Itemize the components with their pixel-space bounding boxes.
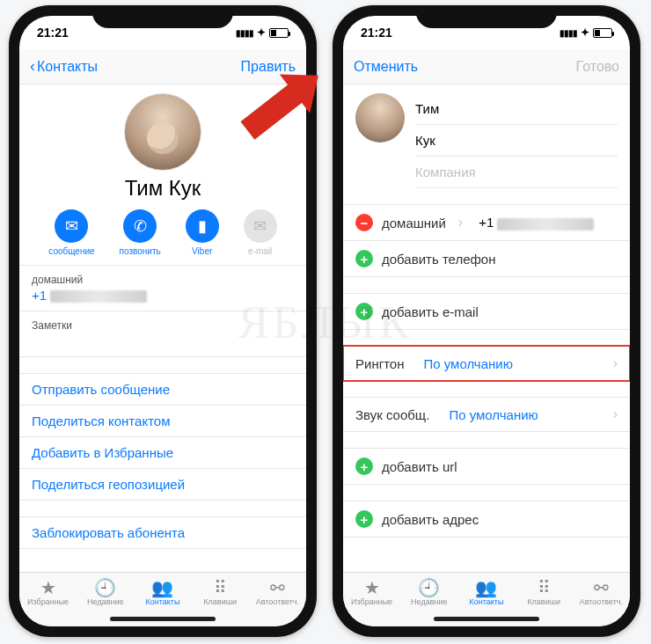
- redacted-number: [50, 290, 147, 303]
- block-contact-link[interactable]: Заблокировать абонента: [19, 516, 306, 549]
- battery-icon: [269, 28, 289, 38]
- battery-icon: [593, 28, 612, 38]
- chevron-right-icon: ›: [613, 406, 618, 422]
- star-icon: ★: [19, 578, 77, 597]
- tab-contacts[interactable]: 👥Контакты: [457, 578, 515, 606]
- signal-icon: [560, 26, 577, 39]
- video-icon: ▮: [186, 209, 219, 243]
- home-indicator[interactable]: [110, 617, 216, 621]
- tab-keypad[interactable]: ⠿Клавиши: [516, 578, 573, 606]
- status-time: 21:21: [37, 26, 69, 40]
- contact-avatar[interactable]: [355, 93, 405, 143]
- home-indicator[interactable]: [434, 617, 539, 621]
- remove-icon[interactable]: −: [355, 214, 373, 231]
- tab-recents[interactable]: 🕘Недавние: [77, 578, 134, 606]
- signal-icon: [236, 26, 253, 39]
- notch: [92, 5, 233, 28]
- add-phone-row[interactable]: + добавить телефон: [343, 241, 630, 277]
- add-url-row[interactable]: + добавить url: [343, 448, 630, 485]
- wifi-icon: [257, 26, 266, 39]
- contacts-icon: 👥: [134, 578, 191, 597]
- keypad-icon: ⠿: [516, 578, 573, 597]
- add-icon: +: [355, 303, 373, 320]
- tab-voicemail[interactable]: ⚯Автоответч.: [249, 578, 306, 606]
- phone-frame-right: 21:21 Отменить Готово Тим Кук Компани: [333, 5, 640, 637]
- company-field[interactable]: Компания: [415, 157, 618, 188]
- contacts-icon: 👥: [457, 578, 515, 597]
- tab-favorites[interactable]: ★Избранные: [19, 578, 77, 606]
- notes-cell[interactable]: Заметки: [19, 311, 306, 357]
- ringtone-row[interactable]: Рингтон По умолчанию ›: [343, 346, 630, 381]
- nav-bar: ‹Контакты Править: [19, 49, 306, 84]
- message-icon: ✉: [55, 209, 88, 243]
- keypad-icon: ⠿: [192, 578, 249, 597]
- redacted-number: [497, 218, 594, 231]
- chevron-right-icon: ›: [613, 355, 618, 371]
- star-icon: ★: [343, 578, 400, 597]
- share-contact-link[interactable]: Поделиться контактом: [19, 406, 306, 437]
- contact-avatar[interactable]: [124, 93, 201, 171]
- text-tone-row[interactable]: Звук сообщ. По умолчанию ›: [343, 397, 630, 432]
- voicemail-icon: ⚯: [249, 578, 306, 597]
- add-email-row[interactable]: + добавить e-mail: [343, 293, 630, 330]
- add-favorite-link[interactable]: Добавить в Избранные: [19, 437, 306, 469]
- tab-contacts[interactable]: 👥Контакты: [134, 578, 191, 606]
- clock-icon: 🕘: [77, 578, 134, 597]
- add-icon: +: [355, 250, 373, 267]
- clock-icon: 🕘: [400, 578, 457, 597]
- action-email: ✉ e-mail: [244, 209, 277, 256]
- voicemail-icon: ⚯: [573, 578, 630, 597]
- phone-row[interactable]: − домашний › +1: [343, 204, 630, 241]
- cancel-button[interactable]: Отменить: [354, 59, 418, 75]
- action-message[interactable]: ✉ сообщение: [48, 209, 94, 256]
- add-address-row[interactable]: + добавить адрес: [343, 501, 630, 538]
- wifi-icon: [581, 26, 589, 39]
- tab-voicemail[interactable]: ⚯Автоответч.: [573, 578, 630, 606]
- back-button[interactable]: ‹Контакты: [30, 57, 98, 76]
- first-name-field[interactable]: Тим: [415, 93, 618, 125]
- phone-frame-left: 21:21 ‹Контакты Править Тим Кук ✉ сообще…: [9, 5, 317, 637]
- contact-name: Тим Кук: [19, 176, 306, 201]
- tab-recents[interactable]: 🕘Недавние: [400, 578, 457, 606]
- send-message-link[interactable]: Отправить сообщение: [19, 373, 306, 406]
- action-viber[interactable]: ▮ Viber: [186, 209, 219, 256]
- phone-label: домашний: [32, 274, 294, 286]
- chevron-right-icon: ›: [458, 215, 463, 231]
- notch: [416, 5, 557, 28]
- tab-keypad[interactable]: ⠿Клавиши: [192, 578, 249, 606]
- action-row: ✉ сообщение ✆ позвонить ▮ Viber ✉ e-mail: [19, 209, 306, 256]
- chevron-left-icon: ‹: [30, 57, 35, 75]
- share-location-link[interactable]: Поделиться геопозицией: [19, 469, 306, 501]
- add-icon: +: [355, 457, 373, 475]
- mail-icon: ✉: [244, 209, 277, 243]
- nav-bar: Отменить Готово: [343, 49, 630, 84]
- done-button[interactable]: Готово: [576, 59, 619, 75]
- action-call[interactable]: ✆ позвонить: [120, 209, 161, 256]
- phone-cell[interactable]: домашний +1: [19, 266, 306, 311]
- tab-favorites[interactable]: ★Избранные: [343, 578, 400, 606]
- last-name-field[interactable]: Кук: [415, 125, 618, 157]
- add-icon: +: [355, 510, 373, 528]
- phone-icon: ✆: [123, 209, 157, 243]
- status-time: 21:21: [361, 26, 392, 40]
